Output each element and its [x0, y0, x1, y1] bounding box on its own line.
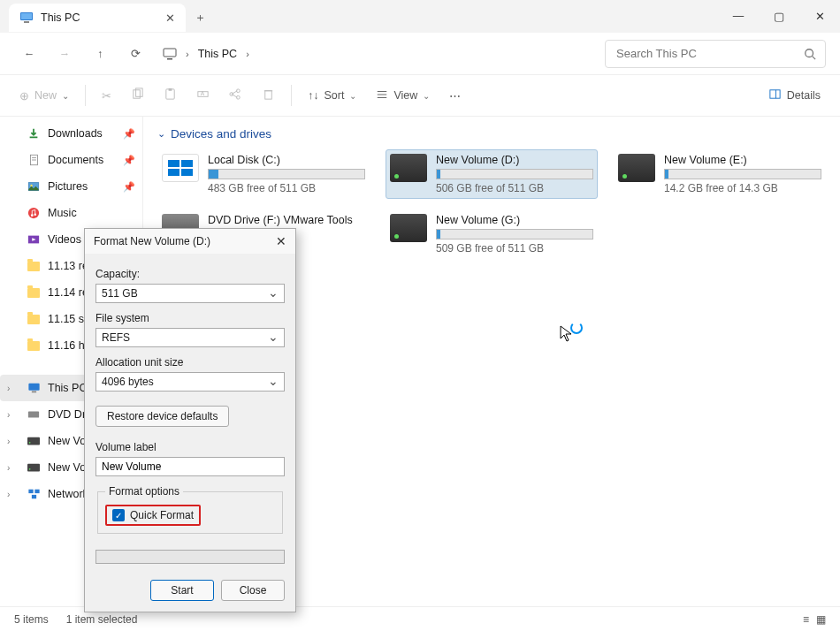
address-bar: ← → ↑ ⟳ › This PC › [0, 32, 840, 74]
more-icon: ⋯ [449, 89, 461, 103]
search-icon[interactable] [804, 48, 816, 60]
music-icon [27, 206, 41, 220]
volume-label-label: Volume label [95, 441, 285, 453]
download-icon [27, 126, 41, 141]
quick-format-checkbox[interactable]: ✓ [112, 509, 125, 521]
group-header[interactable]: ⌄ Devices and drives [157, 127, 826, 141]
network-icon [27, 487, 41, 501]
close-button[interactable]: Close [221, 580, 285, 601]
breadcrumb[interactable]: › This PC › [156, 47, 262, 61]
selected-count: 1 item selected [66, 613, 138, 626]
windows-drive-icon [162, 154, 199, 182]
copy-icon [131, 87, 144, 103]
sort-icon: ↑↓ [308, 89, 319, 102]
sidebar-item-downloads[interactable]: Downloads📌 [0, 120, 142, 147]
pin-icon: 📌 [123, 155, 135, 166]
sidebar-item-music[interactable]: Music [0, 200, 142, 226]
details-icon [768, 87, 782, 103]
svg-line-6 [813, 56, 816, 59]
search-input[interactable] [615, 46, 804, 61]
maximize-button[interactable]: ▢ [759, 0, 799, 32]
format-progress-bar [95, 550, 285, 564]
hdd-icon [27, 460, 41, 475]
refresh-button[interactable]: ⟳ [120, 39, 150, 69]
chevron-right-icon[interactable]: › [7, 490, 10, 499]
delete-button [253, 80, 284, 111]
back-button[interactable]: ← [14, 39, 44, 69]
svg-rect-38 [27, 464, 40, 472]
chevron-right-icon[interactable]: › [241, 49, 255, 59]
format-dialog: Format New Volume (D:) ✕ Capacity: 511 G… [84, 228, 296, 612]
hdd-icon [390, 214, 427, 242]
quick-format-label[interactable]: Quick Format [130, 509, 194, 521]
usage-bar [664, 169, 821, 179]
grid-view-icon[interactable]: ▦ [816, 613, 826, 626]
paste-icon [164, 87, 177, 103]
drive-item[interactable]: Local Disk (C:) 483 GB free of 511 GB [157, 149, 370, 199]
hdd-icon [390, 154, 427, 182]
start-button[interactable]: Start [150, 580, 214, 601]
chevron-down-icon[interactable]: ⌄ [157, 128, 165, 140]
capacity-select[interactable]: 511 GB [95, 284, 285, 303]
capacity-label: Capacity: [95, 268, 285, 280]
document-icon [27, 153, 41, 167]
dialog-title: Format New Volume (D:) [94, 235, 210, 247]
svg-point-39 [29, 468, 31, 470]
svg-rect-40 [28, 490, 33, 493]
drive-item[interactable]: New Volume (E:) 14.2 GB free of 14.3 GB [614, 149, 826, 199]
plus-circle-icon: ⊕ [19, 89, 29, 103]
window-tab[interactable]: This PC ✕ [9, 4, 186, 32]
item-count: 5 items [14, 613, 49, 626]
folder-icon [27, 312, 41, 326]
tab-close-icon[interactable]: ✕ [165, 11, 175, 25]
filesystem-select[interactable]: REFS [95, 328, 285, 347]
alloc-select[interactable]: 4096 bytes [95, 372, 285, 392]
dialog-close-button[interactable]: ✕ [276, 234, 286, 248]
svg-rect-34 [31, 392, 35, 393]
list-view-icon[interactable]: ≡ [803, 613, 809, 626]
svg-rect-2 [24, 21, 29, 23]
search-box[interactable] [605, 40, 826, 68]
hdd-icon [27, 434, 41, 448]
more-button[interactable]: ⋯ [440, 80, 470, 111]
hdd-icon [618, 154, 655, 182]
view-button[interactable]: View⌄ [367, 80, 439, 111]
breadcrumb-location[interactable]: This PC [198, 48, 237, 60]
minimize-button[interactable]: — [718, 0, 759, 32]
share-icon [229, 87, 242, 103]
usage-bar [436, 229, 593, 239]
drive-item[interactable]: New Volume (D:) 506 GB free of 511 GB [386, 149, 598, 199]
chevron-right-icon[interactable]: › [7, 437, 10, 446]
restore-defaults-button[interactable]: Restore device defaults [95, 406, 229, 427]
sort-button[interactable]: ↑↓Sort⌄ [299, 80, 365, 111]
svg-point-29 [28, 208, 39, 218]
svg-rect-3 [164, 49, 176, 57]
drive-item[interactable]: New Volume (G:) 509 GB free of 511 GB [386, 209, 598, 259]
folder-icon [27, 285, 41, 300]
new-tab-button[interactable]: ＋ [186, 4, 214, 32]
dialog-titlebar[interactable]: Format New Volume (D:) ✕ [85, 229, 295, 254]
scissors-icon: ✂ [102, 89, 111, 103]
volume-label-input[interactable] [95, 457, 285, 476]
chevron-right-icon[interactable]: › [180, 49, 195, 59]
close-window-button[interactable]: ✕ [799, 0, 840, 32]
svg-rect-21 [770, 90, 780, 98]
filesystem-label: File system [95, 312, 285, 324]
svg-point-37 [29, 442, 31, 444]
sidebar-item-documents[interactable]: Documents📌 [0, 147, 142, 173]
paste-button [155, 80, 186, 111]
this-pc-icon [19, 11, 34, 25]
sidebar-item-pictures[interactable]: Pictures📌 [0, 173, 142, 200]
rename-button: A [187, 80, 218, 111]
svg-rect-42 [31, 495, 35, 498]
up-button[interactable]: ↑ [85, 39, 115, 69]
monitor-icon [163, 47, 177, 61]
cut-button: ✂ [93, 80, 120, 111]
svg-rect-41 [34, 490, 39, 493]
chevron-right-icon[interactable]: › [7, 463, 10, 473]
details-pane-button[interactable]: Details [760, 80, 829, 111]
svg-text:A: A [201, 90, 205, 96]
this-pc-icon [27, 381, 41, 395]
chevron-right-icon[interactable]: › [7, 384, 10, 393]
chevron-right-icon[interactable]: › [7, 410, 10, 420]
